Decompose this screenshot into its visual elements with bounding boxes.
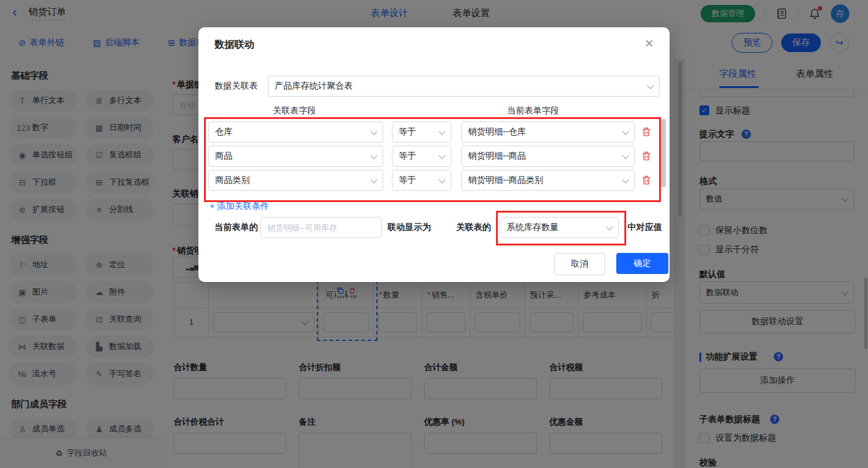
cancel-button[interactable]: 取消 [554,253,605,275]
chevron-down-icon [647,82,653,89]
modal-scrollbar-thumb[interactable] [661,119,666,187]
corresponding-label: 中对应值 [627,222,662,233]
linked-table-label: 关联表的 [456,222,491,233]
form-designer-app: ‹ 销货订单 表单设计 表单设置 数据管理 存 ⊘ 表 [0,0,868,468]
link-table-select[interactable]: 产品库存统计聚合表 [268,76,660,97]
confirm-button[interactable]: 确定 [616,253,668,274]
annotation-box-conditions [204,117,661,202]
annotation-box-linked-field [496,211,626,245]
column-header-left: 关联表字段 [273,105,316,117]
column-header-right: 当前表单字段 [507,105,559,117]
modal-title: 数据联动 [215,38,254,51]
current-field-input[interactable]: 销货明细--可用库存 [260,217,382,238]
add-condition-link[interactable]: + 添加关联条件 [210,201,269,212]
display-as-label: 联动显示为 [388,222,431,233]
current-form-label: 当前表单的 [215,222,258,233]
close-icon[interactable]: × [645,36,653,51]
link-table-label: 数据关联表 [215,81,258,92]
